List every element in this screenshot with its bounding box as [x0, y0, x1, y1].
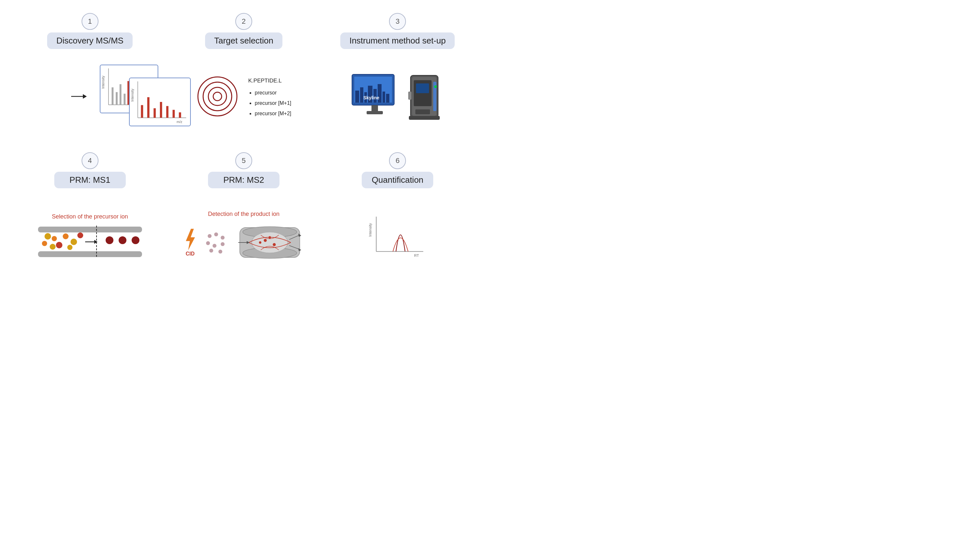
chart-svg-2: Intensity m/z — [130, 78, 190, 126]
svg-marker-70 — [186, 229, 195, 251]
svg-point-27 — [198, 77, 237, 116]
svg-rect-49 — [416, 83, 429, 93]
svg-rect-53 — [38, 227, 142, 232]
svg-point-50 — [434, 85, 437, 88]
svg-point-59 — [56, 242, 62, 248]
svg-point-86 — [259, 241, 261, 243]
svg-point-75 — [212, 244, 216, 248]
svg-rect-48 — [415, 109, 430, 114]
ion-selector-svg — [35, 224, 145, 260]
mass-spectrometer-icon — [406, 72, 445, 122]
svg-point-84 — [273, 243, 276, 246]
svg-rect-34 — [360, 87, 363, 103]
step5-label: PRM: MS2 — [208, 172, 279, 188]
step6-label: Quantification — [362, 172, 433, 188]
svg-point-82 — [252, 232, 288, 253]
svg-point-67 — [105, 236, 114, 244]
target-list: K.PEPTIDE.L precursor precursor [M+1] pr… — [248, 75, 291, 119]
svg-rect-43 — [366, 111, 383, 114]
prms2-area: Detection of the product ion CID — [182, 204, 306, 269]
svg-rect-21 — [160, 102, 162, 118]
svg-rect-18 — [141, 105, 143, 118]
prms2-subtitle: Detection of the product ion — [208, 211, 279, 218]
svg-point-76 — [221, 242, 224, 246]
svg-point-73 — [221, 236, 224, 240]
chart-box-2: Intensity m/z — [129, 78, 191, 126]
skyline-monitor-icon: Skyline — [350, 73, 399, 122]
prms1-area: Selection of the precursor ion — [35, 204, 145, 269]
cid-area: CID — [182, 223, 306, 262]
svg-text:RT: RT — [415, 253, 419, 257]
svg-point-85 — [268, 236, 271, 238]
step3-header: 3 Instrument method set-up — [321, 10, 475, 58]
svg-point-58 — [45, 233, 51, 240]
step3-label: Instrument method set-up — [340, 32, 455, 49]
svg-text:Intensity: Intensity — [130, 88, 134, 102]
precursor-item-1: precursor — [255, 88, 291, 98]
svg-text:Intensity: Intensity — [101, 76, 105, 88]
divider-row — [13, 139, 475, 149]
precursor-item-3: precursor [M+2] — [255, 108, 291, 119]
target-area: K.PEPTIDE.L precursor precursor [M+1] pr… — [196, 62, 291, 133]
step2-label: Target selection — [205, 32, 283, 49]
svg-rect-51 — [408, 92, 411, 100]
step4-number: 4 — [82, 152, 99, 169]
prms1-subtitle: Selection of the precursor ion — [52, 213, 128, 220]
prms1-illustration: Selection of the precursor ion — [13, 197, 167, 272]
svg-text:Skyline: Skyline — [363, 95, 379, 100]
arrow-right — [70, 92, 87, 103]
svg-point-68 — [119, 236, 126, 244]
svg-rect-5 — [116, 92, 118, 105]
svg-point-30 — [213, 92, 222, 101]
step4-label: PRM: MS1 — [54, 172, 126, 188]
svg-rect-24 — [179, 112, 181, 118]
svg-marker-26 — [83, 94, 87, 99]
svg-rect-42 — [371, 105, 378, 112]
svg-point-66 — [67, 245, 72, 250]
main-layout: 1 Discovery MS/MS 2 Target selection 3 I… — [0, 0, 487, 282]
scattered-particles — [205, 230, 231, 255]
svg-point-78 — [218, 250, 222, 253]
precursor-item-2: precursor [M+1] — [255, 98, 291, 108]
peptide-label: K.PEPTIDE.L — [248, 75, 291, 87]
svg-point-29 — [208, 87, 227, 105]
step1-number: 1 — [82, 13, 99, 30]
svg-rect-23 — [172, 110, 175, 118]
svg-point-63 — [70, 238, 77, 245]
svg-point-69 — [132, 236, 139, 244]
cid-label: CID — [186, 251, 195, 257]
svg-rect-6 — [119, 84, 121, 105]
step2-header: 2 Target selection — [167, 10, 321, 58]
svg-point-74 — [206, 241, 210, 245]
msms-illustration: Intensity m/z — [13, 58, 167, 139]
step1-label: Discovery MS/MS — [47, 32, 132, 49]
svg-point-83 — [264, 239, 267, 242]
svg-rect-52 — [409, 116, 440, 120]
svg-point-62 — [42, 241, 47, 246]
chromatogram-svg: Intensity RT — [365, 213, 430, 259]
step6-number: 6 — [389, 152, 406, 169]
svg-point-65 — [52, 236, 57, 241]
instrument-area: Skyline — [350, 62, 445, 133]
step3-number: 3 — [389, 13, 406, 30]
svg-rect-39 — [383, 92, 385, 103]
precursor-list: precursor precursor [M+1] precursor [M+2… — [248, 88, 291, 119]
svg-point-60 — [50, 244, 55, 250]
instrument-illustration: Skyline — [321, 58, 475, 139]
svg-rect-22 — [166, 106, 168, 118]
cid-lightning: CID — [182, 228, 198, 257]
svg-rect-7 — [124, 94, 125, 105]
svg-rect-33 — [355, 90, 359, 103]
svg-text:Intensity: Intensity — [368, 223, 372, 237]
svg-text:m/z: m/z — [176, 120, 182, 124]
svg-rect-54 — [38, 251, 142, 257]
svg-rect-40 — [386, 94, 390, 103]
step4-header: 4 PRM: MS1 — [13, 149, 167, 197]
prms2-illustration: Detection of the product ion CID — [167, 197, 321, 272]
quant-illustration: Intensity RT — [321, 197, 475, 272]
step1-header: 1 Discovery MS/MS — [13, 10, 167, 58]
ion-trap-svg — [234, 223, 306, 262]
svg-point-28 — [203, 82, 232, 111]
quant-area: Intensity RT — [365, 204, 430, 269]
particles-svg — [205, 230, 227, 255]
